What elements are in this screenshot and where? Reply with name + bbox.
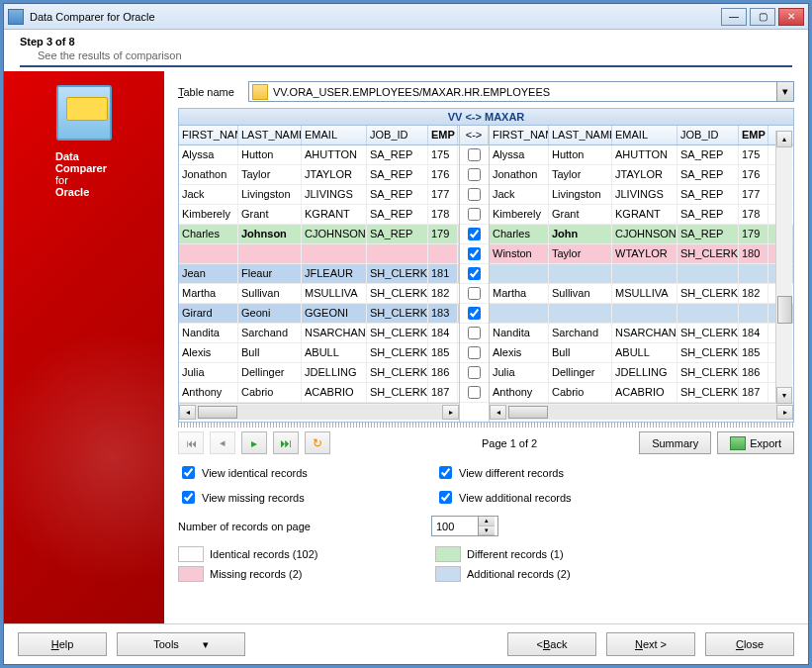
- step-title: Step 3 of 8: [20, 36, 792, 48]
- scroll-left-icon[interactable]: ◂: [490, 405, 506, 420]
- column-header[interactable]: EMAIL: [302, 126, 367, 144]
- scroll-down-icon[interactable]: ▾: [776, 387, 792, 404]
- table-row[interactable]: JonathonTaylorJTAYLORSA_REP176: [490, 165, 793, 185]
- table-row[interactable]: AnthonyCabrioACABRIOSH_CLERK187: [490, 383, 793, 403]
- scroll-up-icon[interactable]: ▴: [776, 131, 792, 147]
- table-name-combo[interactable]: VV.ORA_USER.EMPLOYEES/MAXAR.HR.EMPLOYEES…: [248, 81, 794, 102]
- refresh-button[interactable]: ↻: [305, 431, 330, 454]
- records-input[interactable]: [432, 517, 478, 535]
- table-row[interactable]: KimberelyGrantKGRANTSA_REP178: [179, 205, 459, 225]
- splitter[interactable]: [178, 423, 794, 428]
- left-hscroll[interactable]: ◂ ▸: [179, 403, 459, 420]
- scroll-left-icon[interactable]: ◂: [179, 405, 196, 420]
- row-checkbox[interactable]: [460, 343, 489, 363]
- main-area: Data Comparer for Oracle Table name VV.O…: [4, 71, 808, 623]
- column-header[interactable]: FIRST_NAM: [179, 126, 238, 144]
- row-checkbox[interactable]: [460, 205, 489, 225]
- minimize-button[interactable]: —: [721, 8, 747, 26]
- row-checkbox[interactable]: [460, 225, 489, 244]
- table-row[interactable]: [490, 264, 793, 284]
- back-button[interactable]: < Back: [507, 632, 596, 656]
- spin-down-icon[interactable]: ▾: [479, 526, 495, 536]
- table-row[interactable]: JuliaDellingerJDELLINGSH_CLERK186: [179, 363, 459, 383]
- scroll-thumb[interactable]: [508, 406, 548, 419]
- last-page-button[interactable]: ⏭: [273, 431, 299, 454]
- view-different-checkbox[interactable]: View different records: [435, 462, 692, 483]
- table-row[interactable]: JeanFleaurJFLEAURSH_CLERK181: [179, 264, 459, 284]
- table-row[interactable]: AlyssaHuttonAHUTTONSA_REP175: [490, 145, 793, 165]
- column-header[interactable]: FIRST_NAM: [490, 126, 549, 144]
- scroll-thumb[interactable]: [198, 406, 237, 419]
- row-checkbox[interactable]: [460, 244, 489, 264]
- row-checkbox[interactable]: [460, 264, 489, 284]
- footer: Help Tools▾ < Back Next > Close: [4, 623, 808, 664]
- view-missing-checkbox[interactable]: View missing records: [178, 487, 435, 508]
- close-button[interactable]: ✕: [778, 8, 804, 26]
- table-row[interactable]: CharlesJohnCJOHNSONSA_REP179: [490, 225, 793, 244]
- tools-button[interactable]: Tools▾: [117, 632, 245, 656]
- right-pane: FIRST_NAMLAST_NAMEEMAILJOB_IDEMP AlyssaH…: [490, 126, 793, 422]
- legend-additional: Additional records (2): [435, 566, 692, 582]
- table-row[interactable]: JackLivingstonJLIVINGSSA_REP177: [179, 185, 459, 205]
- table-row[interactable]: CharlesJohnsonCJOHNSONSA_REP179: [179, 225, 459, 244]
- table-name-row: Table name VV.ORA_USER.EMPLOYEES/MAXAR.H…: [178, 81, 794, 102]
- row-checkbox[interactable]: [460, 383, 489, 403]
- table-row[interactable]: [179, 244, 459, 264]
- mid-header: <->: [460, 126, 489, 144]
- table-row[interactable]: NanditaSarchandNSARCHANSH_CLERK184: [490, 324, 793, 343]
- close-wizard-button[interactable]: Close: [705, 632, 794, 656]
- row-checkbox[interactable]: [460, 185, 489, 205]
- column-header[interactable]: LAST_NAME: [238, 126, 302, 144]
- view-additional-checkbox[interactable]: View additional records: [435, 487, 692, 508]
- view-identical-checkbox[interactable]: View identical records: [178, 462, 435, 483]
- column-header[interactable]: EMAIL: [612, 126, 677, 144]
- legend-identical: Identical records (102): [178, 546, 435, 562]
- scroll-right-icon[interactable]: ▸: [776, 405, 793, 420]
- column-header[interactable]: LAST_NAME: [549, 126, 612, 144]
- export-button[interactable]: Export: [717, 431, 794, 454]
- right-hscroll[interactable]: ◂ ▸: [490, 403, 793, 420]
- table-row[interactable]: WinstonTaylorWTAYLORSH_CLERK180: [490, 244, 793, 264]
- export-icon: [730, 436, 746, 450]
- records-spinner[interactable]: ▴▾: [431, 516, 498, 536]
- row-checkbox[interactable]: [460, 304, 489, 324]
- table-row[interactable]: GirardGeoniGGEONISH_CLERK183: [179, 304, 459, 324]
- column-header[interactable]: JOB_ID: [677, 126, 739, 144]
- table-row[interactable]: JonathonTaylorJTAYLORSA_REP176: [179, 165, 459, 185]
- column-header[interactable]: JOB_ID: [367, 126, 428, 144]
- vertical-scrollbar[interactable]: ▴ ▾: [775, 131, 792, 404]
- table-row[interactable]: JuliaDellingerJDELLINGSH_CLERK186: [490, 363, 793, 383]
- scroll-right-icon[interactable]: ▸: [442, 405, 459, 420]
- row-checkbox[interactable]: [460, 363, 489, 383]
- scroll-thumb[interactable]: [777, 296, 792, 324]
- help-button[interactable]: Help: [18, 632, 107, 656]
- row-checkbox[interactable]: [460, 145, 489, 165]
- divider: [20, 65, 792, 67]
- table-row[interactable]: JackLivingstonJLIVINGSSA_REP177: [490, 185, 793, 205]
- table-row[interactable]: MarthaSullivanMSULLIVASH_CLERK182: [490, 284, 793, 304]
- maximize-button[interactable]: ▢: [750, 8, 775, 26]
- row-checkbox[interactable]: [460, 165, 489, 185]
- first-page-button[interactable]: ⏮: [178, 431, 204, 454]
- row-checkbox[interactable]: [460, 284, 489, 304]
- spin-up-icon[interactable]: ▴: [479, 517, 495, 526]
- table-row[interactable]: AlexisBullABULLSH_CLERK185: [490, 343, 793, 363]
- table-row[interactable]: AlexisBullABULLSH_CLERK185: [179, 343, 459, 363]
- prev-page-button[interactable]: ◂: [210, 431, 235, 454]
- table-row[interactable]: KimberelyGrantKGRANTSA_REP178: [490, 205, 793, 225]
- summary-button[interactable]: Summary: [639, 431, 711, 454]
- chevron-down-icon[interactable]: ▾: [776, 82, 793, 101]
- table-row[interactable]: [490, 304, 793, 324]
- row-checkbox[interactable]: [460, 324, 489, 343]
- table-row[interactable]: NanditaSarchandNSARCHANSH_CLERK184: [179, 324, 459, 343]
- comparison-grid: VV <-> MAXAR FIRST_NAMLAST_NAMEEMAILJOB_…: [178, 108, 794, 423]
- product-logo: [56, 85, 112, 141]
- next-button[interactable]: Next >: [606, 632, 695, 656]
- content: Table name VV.ORA_USER.EMPLOYEES/MAXAR.H…: [164, 71, 808, 623]
- table-row[interactable]: MarthaSullivanMSULLIVASH_CLERK182: [179, 284, 459, 304]
- next-page-button[interactable]: ▸: [241, 431, 267, 454]
- column-header[interactable]: EMP: [428, 126, 458, 144]
- column-header[interactable]: EMP: [739, 126, 768, 144]
- table-row[interactable]: AnthonyCabrioACABRIOSH_CLERK187: [179, 383, 459, 403]
- table-row[interactable]: AlyssaHuttonAHUTTONSA_REP175: [179, 145, 459, 165]
